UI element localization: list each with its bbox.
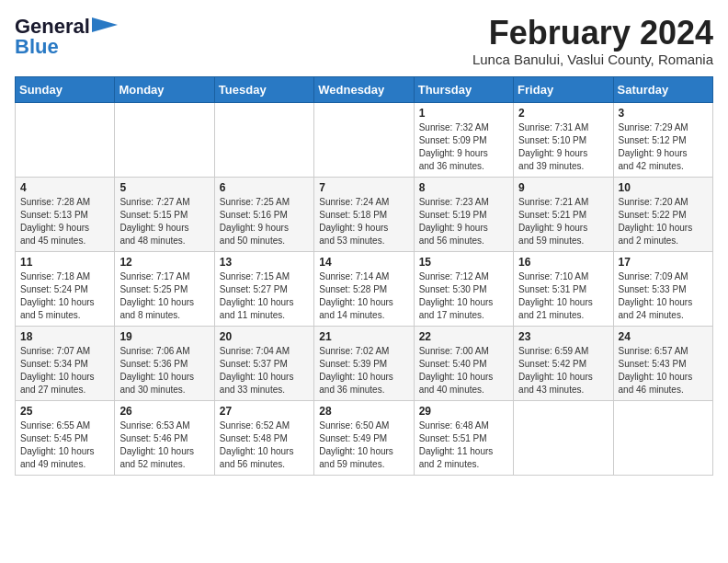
- weekday-header-friday: Friday: [514, 76, 613, 102]
- day-number: 6: [220, 181, 309, 194]
- day-detail: Sunrise: 6:57 AM Sunset: 5:43 PM Dayligh…: [619, 345, 708, 396]
- calendar-cell: 18Sunrise: 7:07 AM Sunset: 5:34 PM Dayli…: [16, 326, 115, 400]
- day-detail: Sunrise: 7:02 AM Sunset: 5:39 PM Dayligh…: [319, 345, 408, 396]
- logo-blue: Blue: [15, 35, 59, 59]
- day-number: 26: [119, 405, 209, 418]
- calendar-cell: 4Sunrise: 7:28 AM Sunset: 5:13 PM Daylig…: [16, 177, 115, 251]
- calendar-cell: 24Sunrise: 6:57 AM Sunset: 5:43 PM Dayli…: [613, 326, 712, 400]
- day-number: 9: [518, 181, 608, 194]
- day-detail: Sunrise: 7:27 AM Sunset: 5:15 PM Dayligh…: [119, 196, 209, 247]
- day-detail: Sunrise: 6:48 AM Sunset: 5:51 PM Dayligh…: [419, 419, 508, 471]
- day-detail: Sunrise: 7:31 AM Sunset: 5:10 PM Dayligh…: [518, 121, 608, 173]
- calendar-week-1: 1Sunrise: 7:32 AM Sunset: 5:09 PM Daylig…: [16, 102, 713, 177]
- calendar-cell: 1Sunrise: 7:32 AM Sunset: 5:09 PM Daylig…: [414, 102, 513, 177]
- calendar-body: 1Sunrise: 7:32 AM Sunset: 5:09 PM Daylig…: [16, 102, 713, 475]
- calendar-cell: 26Sunrise: 6:53 AM Sunset: 5:46 PM Dayli…: [115, 400, 214, 475]
- calendar-cell: 25Sunrise: 6:55 AM Sunset: 5:45 PM Dayli…: [16, 400, 115, 475]
- calendar-cell: [214, 102, 313, 177]
- day-number: 25: [20, 405, 109, 418]
- day-detail: Sunrise: 7:06 AM Sunset: 5:36 PM Dayligh…: [119, 345, 209, 396]
- day-detail: Sunrise: 7:18 AM Sunset: 5:24 PM Dayligh…: [20, 270, 109, 322]
- calendar-cell: 13Sunrise: 7:15 AM Sunset: 5:27 PM Dayli…: [214, 251, 313, 326]
- page-header: General Blue February 2024 Lunca Banului…: [15, 15, 713, 67]
- day-number: 27: [220, 405, 309, 418]
- weekday-header-saturday: Saturday: [613, 76, 712, 102]
- day-detail: Sunrise: 7:25 AM Sunset: 5:16 PM Dayligh…: [220, 196, 309, 247]
- day-number: 7: [319, 181, 408, 194]
- calendar-cell: 6Sunrise: 7:25 AM Sunset: 5:16 PM Daylig…: [214, 177, 313, 251]
- weekday-header-wednesday: Wednesday: [314, 76, 414, 102]
- day-detail: Sunrise: 6:59 AM Sunset: 5:42 PM Dayligh…: [518, 345, 608, 396]
- calendar-week-5: 25Sunrise: 6:55 AM Sunset: 5:45 PM Dayli…: [16, 400, 713, 475]
- day-detail: Sunrise: 7:15 AM Sunset: 5:27 PM Dayligh…: [220, 270, 309, 322]
- day-number: 2: [518, 107, 608, 120]
- day-number: 8: [419, 181, 508, 194]
- day-number: 29: [419, 405, 508, 418]
- day-detail: Sunrise: 7:04 AM Sunset: 5:37 PM Dayligh…: [220, 345, 309, 396]
- calendar-week-3: 11Sunrise: 7:18 AM Sunset: 5:24 PM Dayli…: [16, 251, 713, 326]
- weekday-header-monday: Monday: [115, 76, 214, 102]
- weekday-header-tuesday: Tuesday: [214, 76, 313, 102]
- calendar-cell: 20Sunrise: 7:04 AM Sunset: 5:37 PM Dayli…: [214, 326, 313, 400]
- logo: General Blue: [15, 15, 118, 59]
- calendar-cell: 22Sunrise: 7:00 AM Sunset: 5:40 PM Dayli…: [414, 326, 513, 400]
- svg-marker-0: [92, 17, 118, 32]
- calendar-header-row: SundayMondayTuesdayWednesdayThursdayFrid…: [16, 76, 713, 102]
- day-number: 20: [220, 330, 309, 343]
- day-number: 22: [419, 330, 508, 343]
- day-detail: Sunrise: 7:14 AM Sunset: 5:28 PM Dayligh…: [319, 270, 408, 322]
- calendar-cell: 23Sunrise: 6:59 AM Sunset: 5:42 PM Dayli…: [514, 326, 613, 400]
- calendar-cell: 27Sunrise: 6:52 AM Sunset: 5:48 PM Dayli…: [214, 400, 313, 475]
- day-number: 3: [619, 107, 708, 120]
- calendar-cell: 19Sunrise: 7:06 AM Sunset: 5:36 PM Dayli…: [115, 326, 214, 400]
- day-number: 5: [119, 181, 209, 194]
- day-detail: Sunrise: 6:52 AM Sunset: 5:48 PM Dayligh…: [220, 419, 309, 471]
- calendar-cell: 8Sunrise: 7:23 AM Sunset: 5:19 PM Daylig…: [414, 177, 513, 251]
- day-number: 4: [20, 181, 109, 194]
- calendar-cell: 9Sunrise: 7:21 AM Sunset: 5:21 PM Daylig…: [514, 177, 613, 251]
- day-detail: Sunrise: 7:00 AM Sunset: 5:40 PM Dayligh…: [419, 345, 508, 396]
- day-number: 23: [518, 330, 608, 343]
- calendar-cell: 3Sunrise: 7:29 AM Sunset: 5:12 PM Daylig…: [613, 102, 712, 177]
- day-detail: Sunrise: 7:17 AM Sunset: 5:25 PM Dayligh…: [119, 270, 209, 322]
- calendar-cell: 16Sunrise: 7:10 AM Sunset: 5:31 PM Dayli…: [514, 251, 613, 326]
- calendar-cell: 29Sunrise: 6:48 AM Sunset: 5:51 PM Dayli…: [414, 400, 513, 475]
- logo-flag-icon: [92, 17, 118, 32]
- calendar-cell: 14Sunrise: 7:14 AM Sunset: 5:28 PM Dayli…: [314, 251, 414, 326]
- calendar-cell: 21Sunrise: 7:02 AM Sunset: 5:39 PM Dayli…: [314, 326, 414, 400]
- calendar-cell: 15Sunrise: 7:12 AM Sunset: 5:30 PM Dayli…: [414, 251, 513, 326]
- calendar-cell: 5Sunrise: 7:27 AM Sunset: 5:15 PM Daylig…: [115, 177, 214, 251]
- calendar-cell: [613, 400, 712, 475]
- day-detail: Sunrise: 7:32 AM Sunset: 5:09 PM Dayligh…: [419, 121, 508, 173]
- day-number: 12: [119, 256, 209, 269]
- calendar-cell: 2Sunrise: 7:31 AM Sunset: 5:10 PM Daylig…: [514, 102, 613, 177]
- day-detail: Sunrise: 7:23 AM Sunset: 5:19 PM Dayligh…: [419, 196, 508, 247]
- weekday-header-thursday: Thursday: [414, 76, 513, 102]
- day-detail: Sunrise: 6:55 AM Sunset: 5:45 PM Dayligh…: [20, 419, 109, 471]
- calendar-cell: [514, 400, 613, 475]
- day-number: 21: [319, 330, 408, 343]
- weekday-header-sunday: Sunday: [16, 76, 115, 102]
- day-number: 17: [619, 256, 708, 269]
- day-number: 28: [319, 405, 408, 418]
- calendar-week-2: 4Sunrise: 7:28 AM Sunset: 5:13 PM Daylig…: [16, 177, 713, 251]
- day-number: 11: [20, 256, 109, 269]
- calendar-cell: 28Sunrise: 6:50 AM Sunset: 5:49 PM Dayli…: [314, 400, 414, 475]
- calendar-cell: [16, 102, 115, 177]
- day-number: 16: [518, 256, 608, 269]
- day-detail: Sunrise: 7:10 AM Sunset: 5:31 PM Dayligh…: [518, 270, 608, 322]
- day-number: 1: [419, 107, 508, 120]
- calendar-cell: 10Sunrise: 7:20 AM Sunset: 5:22 PM Dayli…: [613, 177, 712, 251]
- calendar-table: SundayMondayTuesdayWednesdayThursdayFrid…: [15, 76, 713, 476]
- day-detail: Sunrise: 7:29 AM Sunset: 5:12 PM Dayligh…: [619, 121, 708, 173]
- day-detail: Sunrise: 6:53 AM Sunset: 5:46 PM Dayligh…: [119, 419, 209, 471]
- day-number: 13: [220, 256, 309, 269]
- day-detail: Sunrise: 7:28 AM Sunset: 5:13 PM Dayligh…: [20, 196, 109, 247]
- calendar-cell: [314, 102, 414, 177]
- day-detail: Sunrise: 7:07 AM Sunset: 5:34 PM Dayligh…: [20, 345, 109, 396]
- day-detail: Sunrise: 6:50 AM Sunset: 5:49 PM Dayligh…: [319, 419, 408, 471]
- day-detail: Sunrise: 7:09 AM Sunset: 5:33 PM Dayligh…: [619, 270, 708, 322]
- day-number: 18: [20, 330, 109, 343]
- day-detail: Sunrise: 7:20 AM Sunset: 5:22 PM Dayligh…: [619, 196, 708, 247]
- day-detail: Sunrise: 7:24 AM Sunset: 5:18 PM Dayligh…: [319, 196, 408, 247]
